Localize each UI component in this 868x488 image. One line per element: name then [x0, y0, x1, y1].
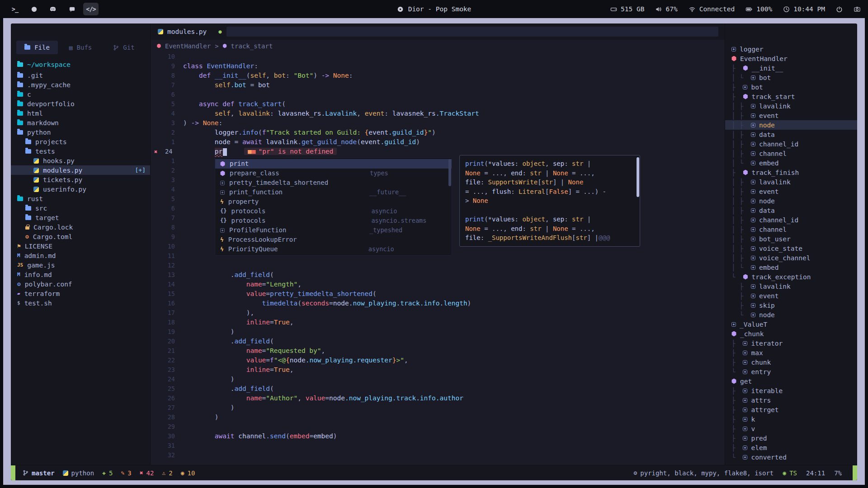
outline-item[interactable]: ├ k [725, 414, 857, 424]
code-line[interactable]: 3) -> None: [151, 118, 725, 128]
code-line[interactable]: 4 self, lavalink: lavasnek_rs.Lavalink, … [151, 109, 725, 118]
outline-item[interactable]: ├ chunk [725, 357, 857, 367]
outline-item[interactable]: ├ elem [725, 443, 857, 452]
outline-item[interactable]: │ └ bot [725, 73, 857, 82]
code-line[interactable]: 24 ) [151, 375, 725, 384]
outline-item[interactable]: │ ├ voice_state [725, 244, 857, 253]
file-tree-item[interactable]: ▰terraform [11, 289, 150, 298]
git-modified[interactable]: ✎3 [121, 469, 131, 477]
code-line[interactable]: 10 [151, 52, 725, 61]
code-line[interactable]: 27 ) [151, 403, 725, 413]
code-line[interactable]: 13 .add_field( [151, 270, 725, 280]
outline-item[interactable]: │ ├ channel_id [725, 139, 857, 149]
outline-item[interactable]: │ ├ node [725, 120, 857, 130]
code-line[interactable]: 32 [151, 450, 725, 460]
completion-item[interactable]: print_function__future__ [215, 188, 452, 197]
completion-item[interactable]: {}protocolsasyncio.streams [215, 216, 452, 225]
terminal-workspace-icon[interactable]: >_ [7, 3, 23, 15]
code-line[interactable]: 16 timedelta(seconds=node.now_playing.tr… [151, 299, 725, 308]
outline-item[interactable]: │ └ embed [725, 158, 857, 168]
outline-item[interactable]: ├ lavalink [725, 282, 857, 291]
doc-scrollbar[interactable] [637, 157, 639, 197]
outline-item[interactable]: │ ├ node [725, 196, 857, 206]
completion-item[interactable]: ϟProcessLookupError [215, 235, 452, 244]
browser-workspace-icon[interactable] [26, 3, 42, 15]
file-tree-item[interactable]: markdown [11, 118, 150, 127]
code-line[interactable]: 17 ), [151, 308, 725, 318]
outline-item[interactable]: ├ skip [725, 300, 857, 310]
outline-item[interactable]: │ ├ channel [725, 149, 857, 158]
outline-item[interactable]: ├ bot [725, 82, 857, 92]
file-tree-item[interactable]: rust [11, 194, 150, 203]
code-line[interactable]: 25 .add_field( [151, 384, 725, 394]
outline-item[interactable]: └ converted [725, 452, 857, 462]
network-module[interactable]: Connected [689, 5, 735, 13]
outline-item[interactable]: │ ├ lavalink [725, 101, 857, 111]
outline-item[interactable]: ├ attrget [725, 405, 857, 414]
code-line[interactable]: 23 inline=True, [151, 365, 725, 375]
file-tree-item[interactable]: userinfo.py [11, 184, 150, 194]
completion-item[interactable]: ϟPriorityQueueasyncio [215, 244, 452, 254]
file-tree-item[interactable]: target [11, 213, 150, 222]
diagnostic-errors[interactable]: ✖42 [140, 469, 154, 477]
code-line[interactable]: 12 [151, 261, 725, 270]
clock-module[interactable]: 10:44 PM [783, 5, 825, 13]
file-tree-item[interactable]: tickets.py [11, 175, 150, 184]
file-tree-item[interactable]: html [11, 108, 150, 118]
outline-item[interactable]: EventHandler [725, 54, 857, 63]
outline-item[interactable]: _chunk [725, 329, 857, 338]
file-tree-item[interactable]: $test.sh [11, 298, 150, 308]
code-line[interactable]: 1 node = await lavalink.get_guild_node(e… [151, 137, 725, 147]
code-line[interactable]: 22 value=f"<@{node.now_playing.requester… [151, 356, 725, 365]
file-tree-item[interactable]: python [11, 127, 150, 137]
outline-item[interactable]: ├ iterable [725, 386, 857, 395]
outline-item[interactable]: ├ max [725, 348, 857, 357]
code-area[interactable]: 109class EventHandler:8 def __init__(sel… [151, 52, 725, 465]
outline-item[interactable]: get [725, 376, 857, 386]
tab-git[interactable]: Git [103, 41, 145, 54]
discord-workspace-icon[interactable] [45, 3, 61, 15]
completion-item[interactable]: print [215, 159, 452, 169]
outline-item[interactable]: │ ├ event [725, 111, 857, 120]
outline-item[interactable]: ├ pred [725, 433, 857, 443]
file-tree-item[interactable]: JSgame.js [11, 260, 150, 270]
power-button[interactable] [836, 6, 843, 13]
outline-item[interactable]: │ ├ lavalink [725, 177, 857, 187]
outline-item[interactable]: ├ iterator [725, 338, 857, 348]
disk-module[interactable]: 515 GB [610, 5, 644, 13]
completion-scrollbar[interactable] [448, 159, 451, 186]
completion-item[interactable]: prepare_classtypes [215, 169, 452, 178]
code-line[interactable]: 18 inline=True, [151, 318, 725, 327]
screenshot-button[interactable] [854, 6, 861, 13]
outline-item[interactable]: │ └ embed [725, 263, 857, 272]
code-line[interactable]: 5 async def track_start( [151, 99, 725, 109]
file-tree-item[interactable]: tests [11, 146, 150, 156]
code-line[interactable]: 9class EventHandler: [151, 61, 725, 71]
chat-workspace-icon[interactable] [64, 3, 80, 15]
outline-item[interactable]: ├ event [725, 291, 857, 300]
code-line[interactable]: 31 [151, 441, 725, 450]
diagnostic-hints[interactable]: ◉10 [181, 469, 195, 477]
file-tree-item[interactable]: src [11, 203, 150, 213]
outline-item[interactable]: │ ├ channel [725, 225, 857, 234]
outline-item[interactable]: ├ attrs [725, 395, 857, 405]
file-tree-item[interactable]: ⚙polybar.conf [11, 279, 150, 289]
code-line[interactable]: 30 await channel.send(embed=embed) [151, 432, 725, 441]
file-tree-item[interactable]: ⚙Cargo.toml [11, 232, 150, 241]
file-tree-item[interactable]: Cargo.lock [11, 222, 150, 232]
code-line[interactable]: 26 name="Author", value=node.now_playing… [151, 394, 725, 403]
code-line[interactable]: 6 [151, 90, 725, 99]
outline-item[interactable]: └ track_exception [725, 272, 857, 282]
file-tree-item[interactable]: Minfo.md [11, 270, 150, 279]
outline-item[interactable]: ├ track_finish [725, 168, 857, 177]
completion-item[interactable]: ProfileFunction_typeshed [215, 225, 452, 235]
outline-item[interactable]: └ entry [725, 367, 857, 376]
completion-item[interactable]: pretty_timedelta_shortened [215, 178, 452, 188]
outline-item[interactable]: │ ├ data [725, 130, 857, 139]
outline-item[interactable]: │ ├ voice_channel [725, 253, 857, 263]
file-tree-item[interactable]: .git [11, 70, 150, 80]
lsp-servers[interactable]: ⚙pyright, black, mypy, flake8, isort [633, 469, 774, 477]
completion-item[interactable]: {}protocolsasyncio [215, 206, 452, 216]
code-line[interactable]: 2 logger.info(f"Track started on Guild: … [151, 128, 725, 137]
outline-item[interactable]: _ValueT [725, 319, 857, 329]
